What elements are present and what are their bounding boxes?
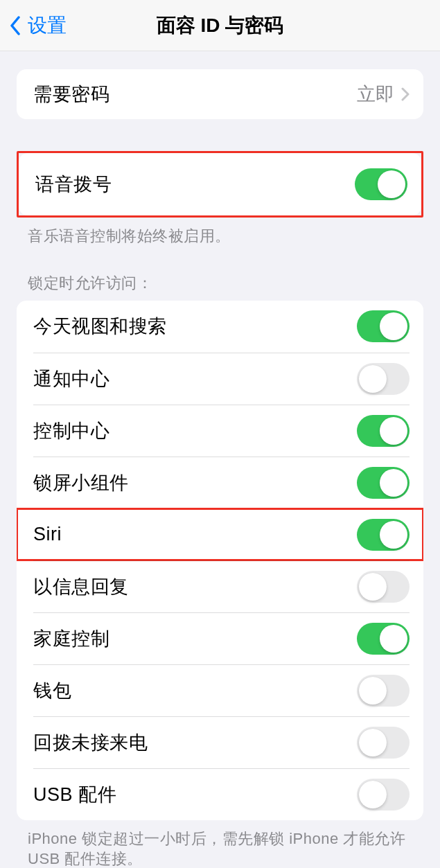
lock-access-label: 家庭控制 [33,626,109,651]
lock-access-label: 钱包 [33,678,71,703]
lock-access-label: 今天视图和搜索 [33,314,167,339]
lock-access-row: Siri [17,508,423,560]
lock-access-list: 今天视图和搜索通知中心控制中心锁屏小组件Siri以信息回复家庭控制钱包回拨未接来… [17,301,423,820]
lock-access-label: 锁屏小组件 [33,470,129,495]
lock-access-label: 控制中心 [33,418,109,443]
lock-access-toggle[interactable] [357,571,410,603]
lock-access-row: 回拨未接来电 [17,716,423,768]
lock-access-label: 回拨未接来电 [33,730,148,755]
voice-dial-toggle[interactable] [355,168,407,200]
lock-access-row: USB 配件 [17,768,423,820]
lock-access-toggle[interactable] [357,519,410,551]
lock-access-toggle[interactable] [357,467,410,499]
voice-dial-label: 语音拨号 [35,172,112,197]
lock-access-header: 锁定时允许访问： [28,273,412,294]
lock-access-toggle[interactable] [357,727,410,759]
lock-access-label: 以信息回复 [33,574,129,599]
lock-access-label: USB 配件 [33,782,116,807]
lock-access-toggle[interactable] [357,779,410,811]
lock-access-label: 通知中心 [33,366,109,391]
lock-access-toggle[interactable] [357,623,410,655]
lock-access-row: 锁屏小组件 [17,457,423,508]
voice-dial-footer: 音乐语音控制将始终被启用。 [28,226,412,247]
lock-access-row: 通知中心 [17,353,423,405]
chevron-left-icon [10,16,21,35]
lock-access-toggle[interactable] [357,310,410,342]
navigation-bar: 设置 面容 ID 与密码 [0,0,440,51]
lock-access-toggle[interactable] [357,363,410,395]
lock-access-footer: iPhone 锁定超过一小时后，需先解锁 iPhone 才能允许USB 配件连接… [28,829,412,868]
require-passcode-value: 立即 [357,82,394,107]
lock-access-row: 以信息回复 [17,560,423,612]
lock-access-row: 控制中心 [17,405,423,457]
back-button[interactable]: 设置 [10,12,67,39]
lock-access-label: Siri [33,524,62,545]
lock-access-row: 今天视图和搜索 [17,301,423,353]
require-passcode-row[interactable]: 需要密码 立即 [17,69,423,119]
lock-access-toggle[interactable] [357,675,410,707]
back-label: 设置 [28,12,67,39]
lock-access-row: 钱包 [17,664,423,716]
voice-dial-highlight: 语音拨号 [17,151,423,218]
chevron-right-icon [401,87,410,101]
voice-dial-row: 语音拨号 [19,153,421,215]
require-passcode-label: 需要密码 [33,82,109,107]
lock-access-toggle[interactable] [357,415,410,447]
lock-access-row: 家庭控制 [17,612,423,664]
